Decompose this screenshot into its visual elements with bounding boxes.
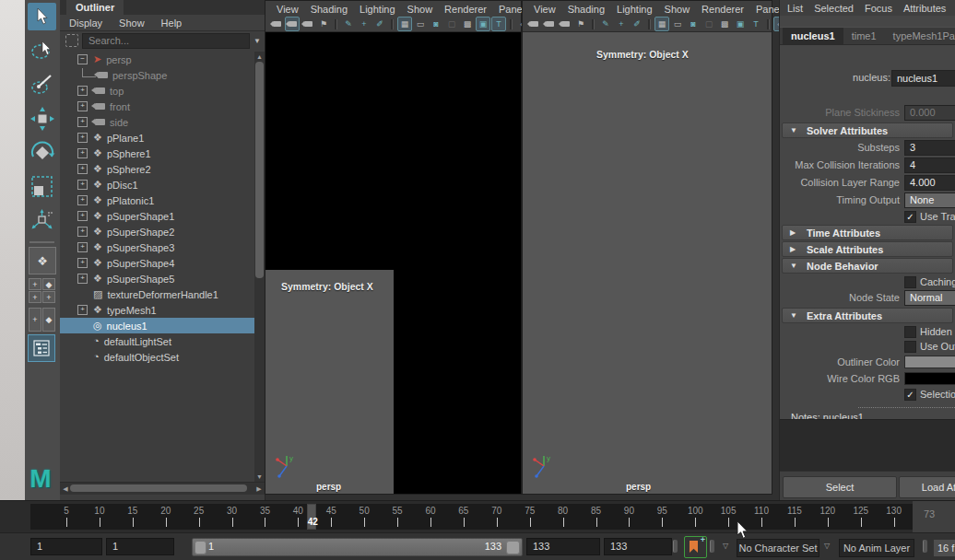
expand-icon[interactable]: + — [77, 211, 88, 221]
outliner-item-pDisc1[interactable]: +❖pDisc1 — [60, 177, 254, 192]
viewport-persp-right[interactable]: View Shading Lighting Show Renderer Pane… — [522, 0, 772, 495]
playback-end-field[interactable]: 133 — [526, 538, 600, 555]
resolution-gate-icon[interactable]: ◙ — [429, 17, 443, 31]
attr-field-plane-stickiness[interactable]: 0.000 — [904, 105, 955, 121]
bookmark-icon[interactable]: ⚑ — [316, 17, 331, 31]
checkbox-use-tran[interactable]: ✓ — [904, 211, 916, 223]
outliner-item-typeMesh1[interactable]: +❖typeMesh1 — [60, 302, 254, 318]
bookmark-icon[interactable]: ⚑ — [573, 17, 588, 31]
outliner-item-side[interactable]: +side — [60, 114, 254, 130]
grid-icon[interactable]: ▦ — [397, 17, 412, 31]
lasso-select-tool-button[interactable] — [28, 37, 56, 64]
node-name-field[interactable]: nucleus1 — [891, 70, 955, 87]
section-node-behavior[interactable]: ▼Node Behavior — [782, 258, 953, 274]
camera-lock-icon[interactable] — [542, 17, 557, 31]
camera-icon[interactable] — [526, 17, 541, 31]
menu-view[interactable]: View — [277, 4, 299, 15]
expand-all-button[interactable]: + — [29, 291, 41, 303]
range-slider[interactable]: 1 133 — [192, 538, 523, 556]
outliner-item-textureDeformerHandle1[interactable]: ▨textureDeformerHandle1 — [60, 286, 254, 302]
menu-attributes[interactable]: Attributes — [903, 3, 946, 14]
menu-show[interactable]: Show — [665, 4, 690, 15]
output-connection-button[interactable]: ◆ — [42, 308, 55, 332]
checkbox-caching[interactable] — [904, 276, 916, 288]
character-set-dropdown-icon[interactable]: ▽ — [723, 542, 728, 550]
pencil-icon[interactable]: ✐ — [630, 17, 644, 31]
character-set-selector[interactable]: No Character Set — [737, 539, 819, 557]
select-tool-button[interactable] — [28, 3, 56, 30]
outliner-item-pSuperShape3[interactable]: +❖pSuperShape3 — [60, 239, 254, 255]
menu-shading[interactable]: Shading — [568, 4, 605, 15]
outliner-item-perspShape[interactable]: perspShape — [60, 67, 254, 83]
camera-icon[interactable] — [269, 17, 284, 31]
select-button[interactable]: Select — [783, 476, 897, 498]
attr-field-max-collision-iterations[interactable]: 4 — [904, 158, 955, 173]
outliner-item-pSuperShape5[interactable]: +❖pSuperShape5 — [60, 271, 254, 286]
menu-selected[interactable]: Selected — [814, 3, 854, 14]
move-tool-button[interactable] — [28, 105, 56, 133]
search-options-dropdown-icon[interactable]: ▼ — [250, 37, 265, 45]
outliner-vertical-scrollbar[interactable]: ▲ ▼ — [254, 52, 265, 482]
attr-field-collision-layer-range[interactable]: 4.000 — [904, 175, 955, 191]
film-gate-icon[interactable]: ▭ — [413, 17, 428, 31]
viewport-persp-left[interactable]: View Shading Lighting Show Renderer Pane… — [265, 0, 522, 495]
collapse-all-button[interactable]: + — [42, 291, 55, 303]
anim-layer-selector[interactable]: No Anim Layer — [839, 539, 914, 557]
auto-key-button[interactable]: + — [684, 536, 707, 558]
image-plane-icon[interactable]: ▣ — [476, 17, 490, 31]
range-start-handle[interactable] — [195, 541, 206, 554]
outliner-item-front[interactable]: +front — [60, 99, 254, 114]
outliner-item-top[interactable]: +top — [60, 83, 254, 99]
timeline-track[interactable]: 5101520253035404550556065707580859095100… — [30, 504, 913, 530]
separator-handle[interactable] — [710, 540, 714, 553]
expand-icon[interactable]: + — [77, 133, 88, 143]
tab-typemesh1[interactable]: typeMesh1Parti — [885, 28, 955, 44]
scroll-right-icon[interactable]: ▶ — [255, 485, 263, 493]
outliner-menu-help[interactable]: Help — [161, 18, 183, 29]
outliner-horizontal-scrollbar[interactable]: ◀ ▶ — [60, 482, 265, 495]
menu-lighting[interactable]: Lighting — [360, 4, 395, 15]
scroll-left-icon[interactable]: ◀ — [62, 485, 69, 493]
menu-renderer[interactable]: Renderer — [444, 4, 487, 15]
time-slider[interactable]: 5101520253035404550556065707580859095100… — [0, 500, 955, 533]
fps-field[interactable]: 16 f — [933, 539, 955, 557]
timeline-end-field[interactable]: 73 — [913, 501, 955, 533]
scroll-up-icon[interactable]: ▲ — [254, 53, 265, 60]
field-chart-icon[interactable]: ▩ — [717, 17, 732, 31]
section-solver-attributes[interactable]: ▼Solver Attributes — [782, 122, 953, 138]
color-swatch-outliner-color[interactable] — [904, 356, 955, 368]
range-end-handle[interactable] — [506, 541, 520, 554]
attr-dropdown-node-state[interactable]: Normal — [904, 290, 955, 306]
animation-start-field[interactable]: 1 — [30, 538, 102, 555]
camera-aim-icon[interactable] — [301, 17, 315, 31]
animation-end-field[interactable]: 133 — [604, 538, 672, 555]
outliner-toggle-button[interactable] — [28, 334, 55, 362]
outliner-item-persp[interactable]: −➤persp — [60, 52, 254, 67]
outliner-item-pSuperShape2[interactable]: +❖pSuperShape2 — [60, 224, 254, 239]
scale-tool-button[interactable] — [28, 173, 56, 201]
expand-icon[interactable]: + — [77, 101, 88, 111]
field-chart-icon[interactable]: ▩ — [460, 17, 475, 31]
viewport2-canvas[interactable]: Symmetry: Object X y persp — [523, 32, 772, 494]
grid-icon[interactable]: ▦ — [654, 17, 669, 31]
camera-aim-icon[interactable] — [558, 17, 572, 31]
outliner-search-input[interactable]: Search... — [82, 33, 250, 49]
snap-icon[interactable]: + — [357, 17, 371, 31]
load-attributes-button[interactable]: Load At — [899, 476, 955, 498]
paint-effects-icon[interactable]: ✎ — [598, 17, 613, 31]
expand-icon[interactable]: + — [77, 258, 88, 268]
checkbox-hidden-in[interactable] — [904, 326, 916, 338]
collapse-icon[interactable]: − — [77, 54, 88, 64]
scroll-down-icon[interactable]: ▼ — [254, 473, 265, 480]
hud-text-icon[interactable]: T — [749, 17, 763, 31]
hud-text-icon[interactable]: T — [491, 17, 506, 31]
gate-mask-icon[interactable]: ▢ — [702, 17, 716, 31]
attr-dropdown-timing-output[interactable]: None — [904, 192, 955, 208]
gate-mask-icon[interactable]: ▢ — [444, 17, 459, 31]
checkbox-selection[interactable]: ✓ — [904, 389, 916, 401]
expand-icon[interactable]: + — [77, 242, 88, 252]
section-time-attributes[interactable]: ▶Time Attributes — [782, 225, 953, 240]
menu-lighting[interactable]: Lighting — [617, 4, 653, 15]
expand-icon[interactable]: + — [77, 164, 88, 174]
separator-handle[interactable] — [923, 540, 927, 553]
